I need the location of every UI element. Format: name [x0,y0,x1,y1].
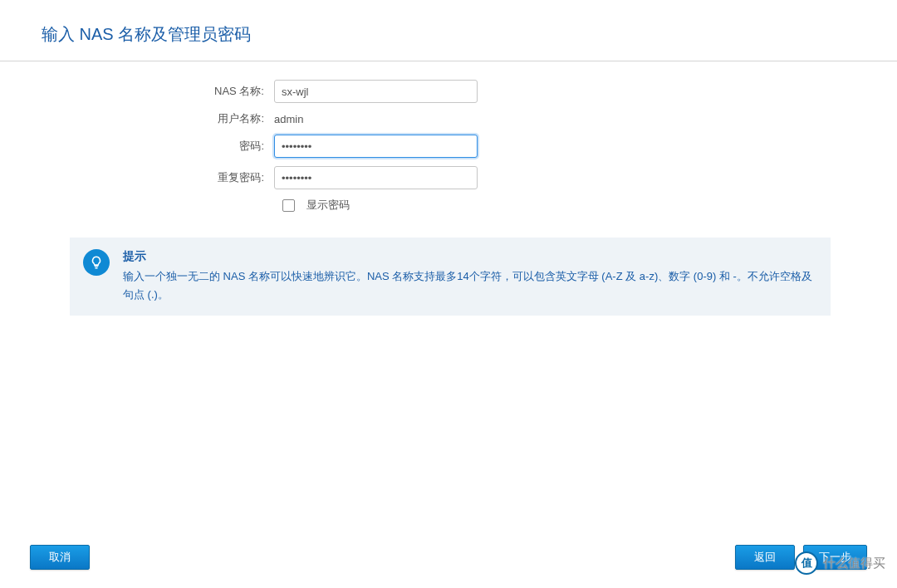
repeat-password-label: 重复密码: [0,170,274,185]
row-show-password: 显示密码 [282,198,897,213]
password-label: 密码: [0,139,274,154]
page-title: 输入 NAS 名称及管理员密码 [42,23,897,46]
row-password: 密码: [0,135,897,158]
repeat-password-input[interactable] [274,166,478,189]
tip-box: 提示 输入一个独一无二的 NAS 名称可以快速地辨识它。NAS 名称支持最多14… [70,238,831,316]
row-nas-name: NAS 名称: [0,80,897,103]
footer: 取消 返回 下一步 [0,545,897,570]
row-repeat-password: 重复密码: [0,166,897,189]
password-input[interactable] [274,135,478,158]
show-password-label: 显示密码 [306,198,350,213]
show-password-checkbox[interactable] [282,199,295,212]
username-value: admin [274,113,303,125]
username-label: 用户名称: [0,111,274,126]
row-username: 用户名称: admin [0,111,897,126]
tip-title: 提示 [123,249,816,264]
form-area: NAS 名称: 用户名称: admin 密码: 重复密码: 显示密码 [0,80,897,213]
back-button[interactable]: 返回 [735,545,795,570]
nas-name-label: NAS 名称: [0,84,274,99]
next-button[interactable]: 下一步 [803,545,867,570]
tip-content: 提示 输入一个独一无二的 NAS 名称可以快速地辨识它。NAS 名称支持最多14… [123,249,816,304]
lightbulb-icon [83,249,110,276]
footer-right: 返回 下一步 [735,545,867,570]
nas-name-input[interactable] [274,80,478,103]
page-header: 输入 NAS 名称及管理员密码 [0,0,897,61]
cancel-button[interactable]: 取消 [30,545,90,570]
tip-text: 输入一个独一无二的 NAS 名称可以快速地辨识它。NAS 名称支持最多14个字符… [123,267,816,304]
